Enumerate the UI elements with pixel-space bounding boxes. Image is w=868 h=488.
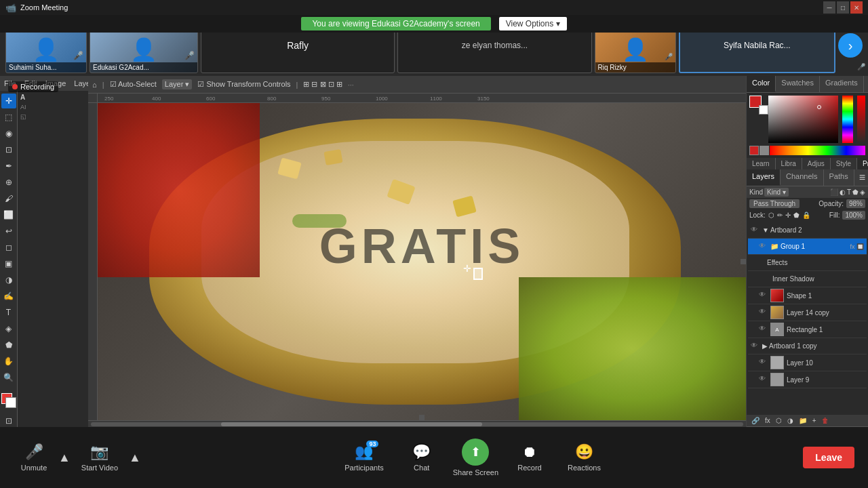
add-fx-btn[interactable]: fx — [763, 416, 772, 425]
color-spectrum-bar[interactable] — [842, 96, 853, 143]
view-options-button[interactable]: View Options ▾ — [499, 17, 567, 30]
layer-visibility-artboard1copy[interactable]: 👁 — [751, 342, 760, 351]
auto-select-check[interactable]: ☑ Auto-Select — [110, 80, 157, 89]
tool-heal[interactable]: ⊕ — [1, 175, 16, 190]
layer-rectangle-1[interactable]: 👁 A Rectangle 1 — [748, 321, 867, 338]
reactions-button[interactable]: 😀 Reactions — [561, 439, 608, 476]
tool-move[interactable]: ✛ — [1, 94, 16, 108]
layer-visibility-artboard2[interactable]: 👁 — [751, 226, 760, 235]
lock-all-btn[interactable]: 🔒 — [802, 211, 810, 219]
tab-paths[interactable]: Paths — [824, 169, 854, 186]
swatch-gray[interactable] — [760, 146, 769, 155]
video-arrow[interactable]: ▲ — [127, 447, 142, 469]
tab-gradients[interactable]: Gradients — [820, 76, 864, 92]
lock-transparent-btn[interactable]: ⬡ — [768, 211, 774, 219]
layer-visibility-10[interactable]: 👁 — [759, 358, 768, 367]
h-scrollbar-thumb[interactable] — [221, 422, 482, 426]
tab-properties[interactable]: Properties — [857, 158, 868, 169]
tab-adjus[interactable]: Adjus — [802, 158, 831, 169]
tab-layers[interactable]: Layers — [747, 169, 781, 186]
layer-10[interactable]: 👁 Layer 10 — [748, 354, 867, 371]
resize-handle-bottom[interactable] — [419, 415, 425, 420]
layer-effects[interactable]: Effects — [748, 255, 867, 271]
tab-learn[interactable]: Learn — [747, 158, 776, 169]
delete-layer-btn[interactable]: 🗑 — [820, 416, 831, 425]
minimize-button[interactable]: ─ — [823, 1, 835, 14]
tool-hand[interactable]: ✋ — [1, 354, 16, 369]
tool-gradient[interactable]: ▣ — [1, 256, 16, 271]
tool-marquee[interactable]: ⬚ — [1, 110, 16, 125]
layer-visibility-group1[interactable]: 👁 — [759, 242, 768, 251]
tool-type[interactable]: T — [1, 305, 16, 320]
layer-expand-artboard2[interactable]: ▼ — [762, 226, 769, 234]
unmute-arrow[interactable]: ▲ — [57, 447, 72, 469]
layer-9[interactable]: 👁 Layer 9 — [748, 371, 867, 388]
kind-select[interactable]: Kind ▾ — [764, 188, 789, 197]
layer-group-1[interactable]: 👁 📁 Group 1 fx 🔲 — [748, 239, 867, 255]
tool-stamp[interactable]: ⬜ — [1, 207, 16, 222]
filter-adj-icon[interactable]: ◐ — [840, 188, 846, 196]
layer-expand-artboard1copy[interactable]: ▶ — [762, 342, 768, 350]
canvas-area[interactable]: GRATIS ✛ — [98, 103, 746, 420]
start-video-button[interactable]: 📷 Start Video — [75, 439, 125, 476]
layers-menu-btn[interactable]: ≡ — [856, 169, 868, 186]
tool-dodge[interactable]: ◑ — [1, 272, 16, 287]
swatch-red[interactable] — [749, 146, 759, 155]
color-swatches[interactable] — [749, 96, 766, 112]
layer-artboard-2[interactable]: 👁 ▼ Artboard 2 — [748, 222, 867, 239]
tool-crop[interactable]: ⊡ — [1, 142, 16, 157]
add-link-btn[interactable]: 🔗 — [749, 416, 762, 425]
tool-history[interactable]: ↩ — [1, 224, 16, 239]
chat-button[interactable]: 💬 Chat — [401, 439, 442, 476]
maximize-button[interactable]: □ — [837, 1, 849, 14]
filter-type-icon[interactable]: T — [847, 188, 851, 196]
tab-color[interactable]: Color — [747, 76, 776, 92]
add-layer-btn[interactable]: + — [810, 416, 818, 425]
transform-check[interactable]: ☑ Show Transform Controls — [197, 80, 290, 89]
layer-visibility-shape1[interactable]: 👁 — [759, 291, 768, 300]
fill-value[interactable]: 100% — [842, 211, 865, 220]
unmute-button[interactable]: 🎤 Unmute — [14, 439, 54, 476]
add-adjustment-btn[interactable]: ◑ — [785, 416, 795, 425]
resize-handle-right[interactable] — [741, 259, 746, 264]
lock-pixels-btn[interactable]: ✏ — [777, 211, 783, 219]
share-screen-button[interactable]: ⬆ Share Screen — [453, 439, 498, 476]
tool-brush[interactable]: 🖌 — [1, 191, 16, 206]
filter-shape-icon[interactable]: ⬟ — [852, 188, 859, 196]
color-opacity-bar[interactable] — [857, 96, 865, 143]
lock-artboard-btn[interactable]: ⬟ — [793, 211, 800, 219]
h-scrollbar[interactable] — [88, 420, 746, 427]
add-group-btn[interactable]: 📁 — [797, 416, 809, 425]
layer-visibility-14copy[interactable]: 👁 — [759, 308, 768, 317]
tab-channels[interactable]: Channels — [781, 169, 823, 186]
filter-pixel-icon[interactable]: ⬛ — [830, 188, 838, 196]
foreground-color[interactable] — [1, 393, 16, 408]
tool-lasso[interactable]: ◉ — [1, 126, 16, 141]
tool-eraser[interactable]: ◻ — [1, 240, 16, 255]
add-mask-btn[interactable]: ⬡ — [774, 416, 784, 425]
participants-button[interactable]: 👥 93 Participants — [338, 439, 390, 476]
blend-mode-select[interactable]: Pass Through — [749, 199, 800, 208]
close-button[interactable]: ✕ — [850, 1, 863, 14]
background-swatch[interactable] — [759, 105, 768, 115]
tool-mask[interactable]: ⊡ — [1, 413, 16, 428]
layer-14-copy[interactable]: 👁 Layer 14 copy — [748, 304, 867, 321]
layer-visibility-9[interactable]: 👁 — [759, 375, 768, 384]
tool-eyedropper[interactable]: ✒ — [1, 159, 16, 174]
tool-path[interactable]: ◈ — [1, 321, 16, 336]
tab-style[interactable]: Style — [831, 158, 857, 169]
record-button[interactable]: ⏺ Record — [509, 439, 550, 476]
next-participant-button[interactable]: › — [838, 33, 863, 58]
leave-button[interactable]: Leave — [803, 447, 854, 468]
layer-type-select[interactable]: Layer ▾ — [162, 79, 193, 89]
title-bar-controls[interactable]: ─ □ ✕ — [823, 1, 863, 14]
tool-shape[interactable]: ⬟ — [1, 338, 16, 352]
lock-position-btn[interactable]: ✛ — [785, 211, 791, 219]
layer-shape-1[interactable]: 👁 Shape 1 — [748, 287, 867, 304]
tab-libra[interactable]: Libra — [776, 158, 802, 169]
layer-artboard-1-copy[interactable]: 👁 ▶ Artboard 1 copy — [748, 338, 867, 354]
tab-swatches[interactable]: Swatches — [776, 76, 820, 92]
layer-inner-shadow[interactable]: Inner Shadow — [748, 271, 867, 287]
swatch-rainbow[interactable] — [770, 146, 865, 155]
color-picker-gradient[interactable] — [768, 96, 838, 143]
